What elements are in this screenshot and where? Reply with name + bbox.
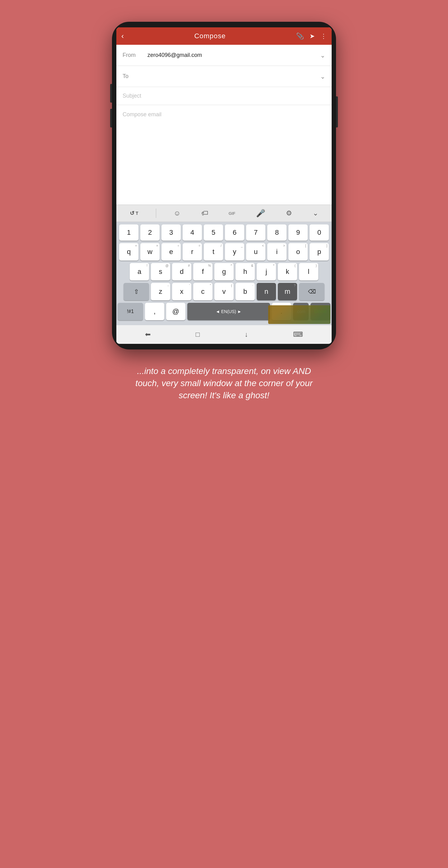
volume-button-1 — [110, 84, 112, 102]
from-chevron-icon[interactable]: ⌄ — [320, 52, 325, 59]
space-key[interactable]: ◄ EN(US) ► — [187, 303, 270, 320]
to-row[interactable]: To ⌄ — [116, 66, 332, 87]
key-7[interactable]: 7 — [246, 224, 265, 241]
key-t[interactable]: t/ — [204, 243, 223, 260]
key-a[interactable]: a! — [130, 263, 149, 280]
key-k[interactable]: k( — [278, 263, 297, 280]
nav-back-icon[interactable]: ⬅ — [145, 331, 151, 339]
send-icon[interactable]: ➤ — [309, 32, 315, 40]
to-chevron-icon[interactable]: ⌄ — [320, 73, 325, 80]
nav-bar: ⬅ □ ↓ ⌨ — [116, 325, 332, 344]
phone-device: ‹ Compose 📎 ➤ ⋮ From zero4096@gmail.com … — [112, 22, 336, 349]
key-z[interactable]: z- — [151, 283, 170, 300]
key-q[interactable]: q+ — [119, 243, 139, 260]
key-g[interactable]: g^ — [214, 263, 234, 280]
key-v[interactable]: v( — [214, 283, 234, 300]
top-bar-actions: 📎 ➤ ⋮ — [296, 32, 327, 40]
key-4[interactable]: 4 — [183, 224, 202, 241]
compose-placeholder: Compose email — [123, 111, 161, 118]
sticker-icon[interactable]: 🏷 — [198, 207, 211, 219]
emoji-icon[interactable]: ☺ — [171, 207, 184, 219]
keyboard: 1 2 3 4 5 6 7 8 9 0 q+ w× e÷ r= — [116, 222, 332, 344]
power-button — [336, 96, 338, 127]
gif-icon[interactable]: GIF — [226, 209, 239, 218]
nav-recents-icon[interactable]: □ — [196, 331, 200, 339]
keyboard-keys: 1 2 3 4 5 6 7 8 9 0 q+ w× e÷ r= — [116, 222, 332, 325]
compose-form: From zero4096@gmail.com ⌄ To ⌄ Subject C… — [116, 45, 332, 205]
keyboard-toolbar: ↺T ☺ 🏷 GIF 🎤 ⚙ ⌄ — [116, 205, 332, 222]
key-2[interactable]: 2 — [140, 224, 159, 241]
microphone-icon[interactable]: 🎤 — [253, 207, 268, 219]
from-label: From — [123, 52, 147, 58]
key-x[interactable]: x' — [172, 283, 191, 300]
key-p[interactable]: p] — [309, 243, 329, 260]
key-l[interactable]: l) — [299, 263, 318, 280]
nav-keyboard-icon[interactable]: ⌨ — [293, 331, 303, 339]
attachment-icon[interactable]: 📎 — [296, 32, 304, 40]
volume-button-2 — [110, 109, 112, 127]
key-u[interactable]: u< — [246, 243, 265, 260]
key-0[interactable]: 0 — [309, 224, 329, 241]
key-w[interactable]: w× — [140, 243, 159, 260]
key-9[interactable]: 9 — [289, 224, 308, 241]
key-e[interactable]: e÷ — [161, 243, 181, 260]
settings-icon[interactable]: ⚙ — [283, 207, 295, 219]
zxcv-row: ⇧ z- x' c" v( b· n m? ⌫ — [118, 283, 330, 300]
screen-title: Compose — [194, 32, 226, 40]
nav-home-icon[interactable]: ↓ — [244, 331, 248, 339]
at-key[interactable]: @ — [166, 303, 185, 320]
more-options-icon[interactable]: ⋮ — [321, 32, 327, 40]
compose-body[interactable]: Compose email — [116, 105, 332, 205]
bottom-description: ...into a completely transparent, on vie… — [118, 365, 330, 402]
toolbar-divider-1 — [156, 209, 156, 218]
key-6[interactable]: 6 — [225, 224, 244, 241]
key-o[interactable]: o[ — [289, 243, 308, 260]
key-1[interactable]: 1 — [119, 224, 139, 241]
key-j[interactable]: j* — [257, 263, 276, 280]
subject-placeholder[interactable]: Subject — [123, 93, 141, 99]
shift-key[interactable]: ⇧ — [123, 283, 149, 300]
key-d[interactable]: d# — [172, 263, 191, 280]
from-row[interactable]: From zero4096@gmail.com ⌄ — [116, 45, 332, 66]
key-f[interactable]: f% — [193, 263, 212, 280]
key-s[interactable]: s@ — [151, 263, 170, 280]
key-c[interactable]: c" — [193, 283, 212, 300]
key-r[interactable]: r= — [183, 243, 202, 260]
backspace-key[interactable]: ⌫ — [299, 283, 325, 300]
keyboard-hide-icon[interactable]: ⌄ — [309, 207, 321, 219]
key-y[interactable]: y_ — [225, 243, 244, 260]
key-m[interactable]: m? — [278, 283, 297, 300]
phone-screen: ‹ Compose 📎 ➤ ⋮ From zero4096@gmail.com … — [116, 27, 332, 344]
image-preview — [268, 305, 330, 324]
translate-icon[interactable]: ↺T — [127, 208, 142, 219]
asdf-row: a! s@ d# f% g^ h& j* k( l) — [118, 263, 330, 280]
key-8[interactable]: 8 — [267, 224, 287, 241]
key-5[interactable]: 5 — [204, 224, 223, 241]
qwerty-row: q+ w× e÷ r= t/ y_ u< i> o[ p] — [118, 243, 330, 260]
subject-row[interactable]: Subject — [116, 87, 332, 105]
from-value: zero4096@gmail.com — [147, 52, 320, 58]
back-icon[interactable]: ‹ — [121, 32, 124, 40]
key-h[interactable]: h& — [236, 263, 255, 280]
key-b[interactable]: b· — [236, 283, 255, 300]
comma-key[interactable]: , — [145, 303, 164, 320]
top-bar: ‹ Compose 📎 ➤ ⋮ — [116, 27, 332, 45]
key-3[interactable]: 3 — [161, 224, 181, 241]
number-row: 1 2 3 4 5 6 7 8 9 0 — [118, 224, 330, 241]
key-i[interactable]: i> — [267, 243, 287, 260]
symbols-key[interactable]: !#1 — [118, 303, 143, 320]
to-label: To — [123, 73, 147, 80]
key-n[interactable]: n — [257, 283, 276, 300]
